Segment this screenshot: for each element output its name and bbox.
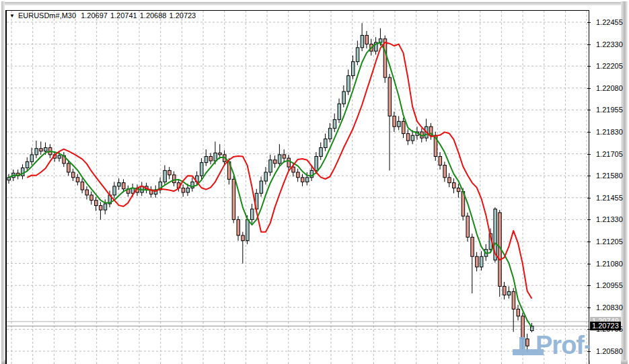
ohlc-high-value: 1.20741 [110,11,137,20]
candle-up [163,170,167,182]
candle-down [40,149,43,151]
candle-up [264,172,268,181]
candle-down [448,178,451,183]
window-border-left [1,1,5,363]
candle-down [402,121,406,133]
price-axis[interactable]: 1.20749 1.20723 1.224551.223301.222051.2… [590,10,621,364]
candle-down [67,163,71,172]
price-axis-tick [587,264,591,264]
candle-up [26,161,29,168]
candle-up [214,153,217,161]
candle-down [274,160,277,163]
candle-up [338,104,341,119]
price-axis-tick [587,44,591,45]
symbol-timeframe-label: EURUSDm#,M30 [18,11,76,20]
candle-down [503,287,507,295]
price-axis-tick [587,66,591,67]
price-axis-label: 1.21705 [596,150,627,158]
candle-down [90,195,94,201]
candle-down [297,172,300,178]
price-axis-label: 1.20830 [596,303,627,312]
price-axis-label: 1.21205 [596,238,627,246]
price-axis-label: 1.22455 [596,18,627,26]
candles [7,23,533,352]
candle-up [186,188,190,192]
chart-plot-area[interactable] [5,10,589,364]
candle-down [393,116,396,127]
candle-down [406,134,410,141]
candle-up [333,120,336,129]
candle-down [287,158,291,167]
price-axis-tick [587,22,591,23]
candle-up [205,157,208,163]
candle-up [269,160,272,172]
price-axis-tick [587,242,591,242]
candle-up [7,178,11,180]
bid-price-badge: 1.20723 [590,322,621,330]
price-axis-tick [587,351,591,352]
candle-down [517,309,520,316]
candle-up [104,204,107,210]
chevron-down-icon[interactable]: ▼ [9,13,15,19]
candle-up [44,147,48,151]
candle-down [168,170,172,175]
price-axis-label: 1.21580 [596,172,627,180]
candle-down [471,237,474,256]
candle-up [35,149,38,155]
price-axis-label: 1.21455 [596,194,627,202]
candle-down [476,256,479,267]
candle-up [246,219,250,240]
chart-title-bar: ▼EURUSDm#,M30 1.206971.207411.206881.207… [9,11,198,21]
candle-up [328,129,332,139]
price-axis-tick [587,176,591,176]
candle-up [398,121,401,126]
candle-down [453,183,456,188]
candle-up [411,135,414,141]
price-axis-label: 1.21955 [596,106,627,114]
price-axis-label: 1.20580 [596,347,627,355]
candle-down [292,167,295,172]
candle-down [237,219,240,235]
candle-up [361,36,364,48]
grid-lines [7,11,589,364]
candle-up [30,155,34,161]
candle-up [480,256,483,267]
candle-down [242,235,245,241]
candle-down [209,157,213,161]
ohlc-open-value: 1.20697 [81,11,108,20]
candle-up [352,62,355,76]
candle-down [173,175,176,183]
candle-down [383,39,387,77]
candle-down [301,178,304,182]
candle-up [58,155,61,158]
price-axis-label: 1.21830 [596,128,627,136]
candle-down [122,183,126,189]
candlestick-chart[interactable] [7,11,589,364]
ohlc-close-value: 1.20723 [169,11,196,20]
candle-down [71,172,75,178]
price-axis-label: 1.22205 [596,62,627,70]
price-axis-tick [587,132,591,133]
candle-up [200,163,203,176]
price-axis-label: 1.20955 [596,281,627,289]
candle-down [388,77,392,116]
price-axis-tick [587,285,591,286]
candle-down [232,179,235,219]
candle-up [347,76,350,92]
price-axis-label: 1.22330 [596,40,627,48]
price-axis-label: 1.21330 [596,215,627,223]
price-axis-tick [587,307,591,308]
candle-down [466,216,470,237]
candle-down [443,166,447,178]
ohlc-low-value: 1.20688 [140,11,167,20]
price-axis-tick [587,88,591,89]
price-axis-label: 1.21080 [596,260,627,268]
candle-down [283,155,286,158]
candle-up [315,157,318,171]
candle-down [365,36,369,44]
ma-slow-line [27,42,531,299]
price-axis-tick [587,198,591,198]
candle-up [324,139,328,147]
candle-down [526,339,529,346]
candle-up [507,291,511,295]
